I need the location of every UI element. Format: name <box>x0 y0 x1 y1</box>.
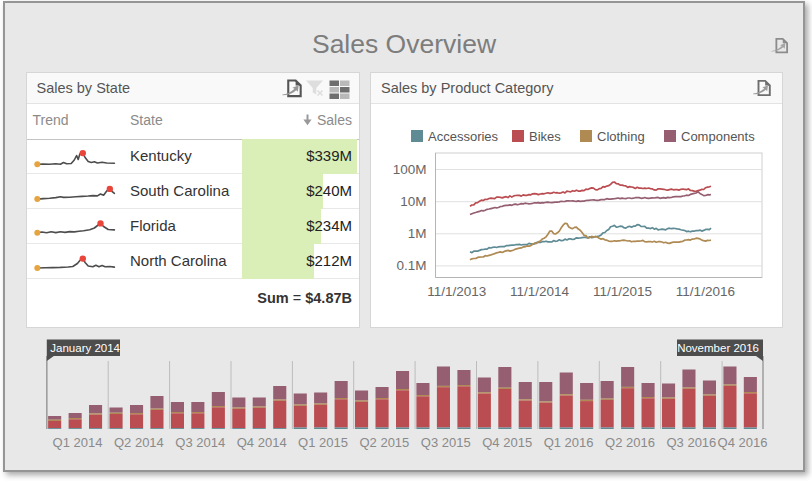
svg-text:Q4 2016: Q4 2016 <box>718 435 768 450</box>
svg-text:11/1/2014: 11/1/2014 <box>510 284 570 299</box>
svg-text:Q2 2016: Q2 2016 <box>605 435 655 450</box>
svg-text:January 2014: January 2014 <box>50 342 120 354</box>
svg-text:Q3 2015: Q3 2015 <box>421 435 471 450</box>
svg-text:November 2016: November 2016 <box>677 342 759 354</box>
svg-text:1M: 1M <box>408 226 427 241</box>
svg-text:Clothing: Clothing <box>597 129 645 144</box>
svg-text:Accessories: Accessories <box>428 129 499 144</box>
svg-text:Q3 2014: Q3 2014 <box>175 435 225 450</box>
svg-text:Q1 2015: Q1 2015 <box>298 435 348 450</box>
svg-text:100M: 100M <box>393 162 427 177</box>
svg-text:Q2 2015: Q2 2015 <box>359 435 409 450</box>
svg-text:Q4 2015: Q4 2015 <box>482 435 532 450</box>
svg-text:Q2 2014: Q2 2014 <box>114 435 164 450</box>
svg-text:Components: Components <box>681 129 755 144</box>
svg-text:Q1 2016: Q1 2016 <box>544 435 594 450</box>
svg-text:Bikes: Bikes <box>529 129 561 144</box>
svg-text:0.1M: 0.1M <box>396 258 426 273</box>
svg-text:Q3 2016: Q3 2016 <box>666 435 716 450</box>
svg-text:10M: 10M <box>400 194 426 209</box>
svg-text:Q1 2014: Q1 2014 <box>53 435 103 450</box>
svg-text:11/1/2013: 11/1/2013 <box>427 284 486 299</box>
svg-text:11/1/2016: 11/1/2016 <box>676 284 735 299</box>
svg-text:11/1/2015: 11/1/2015 <box>593 284 652 299</box>
svg-text:Q4 2014: Q4 2014 <box>237 435 287 450</box>
